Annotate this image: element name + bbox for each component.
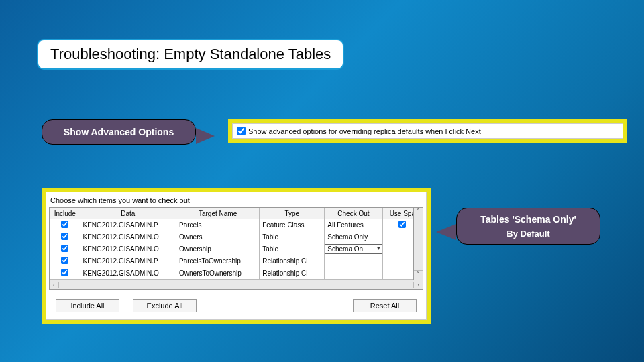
cell-type: Relationship Cl (260, 267, 325, 280)
table-row[interactable]: KENG2012.GISADMIN.O OwnersToOwnership Re… (50, 267, 423, 280)
choose-label: Choose which items you want to check out (49, 196, 423, 204)
cell-data: KENG2012.GISADMIN.P (80, 219, 176, 231)
cell-target: OwnersToOwnership (176, 267, 260, 280)
advanced-options-checkbox[interactable] (237, 127, 246, 135)
scroll-right-icon[interactable]: › (413, 282, 423, 288)
table-row[interactable]: KENG2012.GISADMIN.P Parcels Feature Clas… (50, 219, 423, 231)
arrow-icon (196, 128, 215, 144)
scroll-up-icon[interactable]: ˄ (414, 208, 423, 217)
cell-type: Feature Class (260, 219, 325, 231)
cell-type: Relationship Cl (260, 255, 325, 267)
items-table: Include Data Target Name Type Check Out … (50, 208, 423, 280)
col-checkout[interactable]: Check Out (325, 208, 382, 219)
usespa-checkbox[interactable] (398, 221, 406, 228)
cell-checkout (325, 267, 382, 280)
col-include[interactable]: Include (50, 208, 80, 219)
include-checkbox[interactable] (61, 257, 68, 264)
callout-show-advanced: Show Advanced Options (42, 119, 196, 145)
cell-data: KENG2012.GISADMIN.O (80, 231, 176, 243)
cell-type: Table (260, 243, 325, 255)
col-target[interactable]: Target Name (176, 208, 260, 219)
callout-schema-only: Tables 'Schema Only' By Default (456, 208, 600, 245)
reset-all-button[interactable]: Reset All (353, 299, 417, 312)
col-type[interactable]: Type (260, 208, 325, 219)
vertical-scrollbar[interactable]: ˄ ˅ (413, 208, 423, 280)
col-data[interactable]: Data (80, 208, 176, 219)
cell-type: Table (260, 231, 325, 243)
include-checkbox[interactable] (61, 221, 68, 228)
exclude-all-button[interactable]: Exclude All (133, 299, 197, 312)
cell-target: Parcels (176, 219, 260, 231)
include-checkbox[interactable] (61, 245, 68, 252)
scroll-left-icon[interactable]: ‹ (50, 282, 59, 288)
dropdown-selected: Schema On (327, 245, 363, 253)
cell-data: KENG2012.GISADMIN.P (80, 255, 176, 267)
cell-target: Ownership (176, 243, 260, 255)
cell-target: Owners (176, 231, 260, 243)
cell-data: KENG2012.GISADMIN.O (80, 243, 176, 255)
checkout-items-panel: Choose which items you want to check out… (42, 188, 431, 324)
dropdown-menu: Schema Only All Records (325, 253, 382, 255)
cell-checkout: Schema Only (325, 231, 382, 243)
advanced-options-label: Show advanced options for overriding rep… (248, 127, 481, 135)
include-checkbox[interactable] (61, 269, 68, 276)
callout-schema-line2: By Default (465, 229, 592, 239)
dropdown-option[interactable]: Schema Only (325, 254, 381, 255)
include-all-button[interactable]: Include All (56, 299, 119, 312)
cell-checkout: All Features (325, 219, 382, 231)
slide-title: Troubleshooting: Empty Standalone Tables (37, 39, 344, 70)
scroll-down-icon[interactable]: ˅ (414, 270, 423, 280)
cell-target: ParcelsToOwnership (176, 255, 260, 267)
table-row[interactable]: KENG2012.GISADMIN.P ParcelsToOwnership R… (50, 255, 423, 267)
include-checkbox[interactable] (61, 233, 68, 240)
table-row[interactable]: KENG2012.GISADMIN.O Ownership Table Sche… (50, 243, 423, 255)
button-row: Include All Exclude All Reset All (49, 299, 423, 312)
arrow-icon (436, 224, 456, 240)
cell-checkout (325, 255, 382, 267)
horizontal-scrollbar[interactable]: ‹ › (50, 280, 423, 289)
checkout-dropdown[interactable]: Schema On Schema Only All Records (325, 244, 382, 254)
table-row[interactable]: KENG2012.GISADMIN.O Owners Table Schema … (50, 231, 423, 243)
cell-data: KENG2012.GISADMIN.O (80, 267, 176, 280)
items-table-wrap: Include Data Target Name Type Check Out … (49, 207, 423, 290)
callout-schema-line1: Tables 'Schema Only' (480, 214, 576, 225)
advanced-option-panel: Show advanced options for overriding rep… (228, 119, 627, 143)
